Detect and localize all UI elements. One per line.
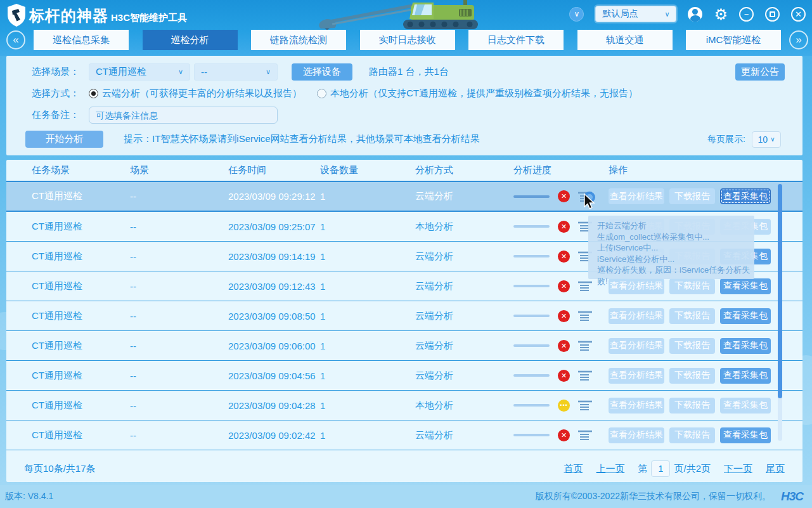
x-icon: ✕ (561, 223, 567, 231)
shield-logo-icon (6, 4, 27, 27)
tab-rail-transit[interactable]: 轨道交通 (577, 30, 673, 50)
chevron-down-icon: ∨ (770, 136, 775, 143)
download-report-button[interactable]: 下载报告 (669, 368, 715, 384)
log-detail-icon[interactable] (578, 370, 592, 381)
cell-method: 云端分析 (415, 370, 513, 382)
chevron-down-icon: ∨ (574, 10, 580, 18)
chevron-down-badge-icon[interactable]: ∨ (569, 7, 584, 22)
progress-bar (513, 225, 550, 228)
nav-scroll-left-button[interactable]: « (6, 30, 25, 49)
tab-log-download[interactable]: 日志文件下载 (468, 30, 564, 50)
restore-window-button[interactable] (765, 7, 780, 22)
cell-subscene: -- (130, 251, 228, 262)
excavator-illustration (316, 0, 487, 30)
close-button[interactable]: ✕ (791, 7, 806, 22)
local-analysis-option-label[interactable]: 本地分析（仅支持CT通用巡检，提供严重级别检查项分析结果，无报告） (330, 88, 638, 100)
view-result-button[interactable]: 查看分析结果 (609, 368, 664, 384)
log-detail-icon[interactable] (578, 192, 592, 202)
start-analysis-button[interactable]: 开始分析 (25, 131, 103, 148)
view-package-button[interactable]: 查看采集包 (720, 427, 771, 443)
remark-input[interactable] (89, 107, 278, 124)
last-page-link[interactable]: 尾页 (766, 463, 785, 475)
table-scrollbar-track[interactable] (778, 184, 782, 441)
status-failed-icon: ✕ (558, 190, 570, 202)
view-result-button[interactable]: 查看分析结果 (609, 398, 664, 414)
tab-realtime-log[interactable]: 实时日志接收 (360, 30, 455, 50)
view-result-button[interactable]: 查看分析结果 (609, 427, 664, 443)
tab-inspection-analysis[interactable]: 巡检分析 (143, 30, 238, 50)
table-row[interactable]: CT通用巡检 -- 2023/03/09 09:02:42 1 云端分析 ✕ 查… (6, 420, 802, 450)
cell-subscene: -- (130, 370, 228, 381)
minimize-button[interactable]: − (739, 7, 754, 22)
x-icon: ✕ (561, 192, 567, 200)
chevrons-left-icon: « (13, 34, 18, 46)
view-result-button[interactable]: 查看分析结果 (609, 308, 664, 324)
view-package-button[interactable]: 查看采集包 (720, 188, 771, 204)
cell-scene: CT通用巡检 (32, 280, 130, 292)
view-result-button[interactable]: 查看分析结果 (609, 188, 664, 204)
page-size-select[interactable]: 10 ∨ (752, 131, 781, 148)
cell-subscene: -- (130, 221, 228, 232)
update-notice-button[interactable]: 更新公告 (735, 63, 785, 81)
view-result-button[interactable]: 查看分析结果 (609, 338, 664, 354)
table-row[interactable]: CT通用巡检 -- 2023/03/09 09:29:12 1 云端分析 ✕ 查… (6, 182, 802, 212)
view-package-button[interactable]: 查看采集包 (720, 368, 771, 384)
log-detail-icon[interactable] (578, 311, 592, 321)
copyright-text: 版权所有©2003-2022新华三技术有限公司，保留一切权利。 (536, 491, 771, 502)
log-detail-icon[interactable] (578, 281, 592, 291)
cloud-analysis-radio[interactable] (89, 89, 98, 98)
page-suffix: 页/共2页 (674, 463, 711, 475)
subscene-select[interactable]: -- ∨ (194, 63, 278, 81)
download-report-button[interactable]: 下载报告 (669, 308, 715, 324)
scene-select[interactable]: CT通用巡检 ∨ (89, 63, 190, 81)
tab-imc-inspection[interactable]: iMC智能巡检 (686, 30, 781, 50)
view-package-button[interactable]: 查看采集包 (720, 338, 771, 354)
next-page-link[interactable]: 下一页 (724, 463, 752, 475)
tooltip-line: 上传iService中... (597, 242, 751, 254)
prev-page-link[interactable]: 上一页 (596, 463, 624, 475)
select-device-button[interactable]: 选择设备 (292, 63, 352, 81)
col-progress: 分析进度 (513, 164, 609, 176)
site-select[interactable]: 默认局点 ∨ (595, 6, 676, 22)
tab-label: iMC智能巡检 (706, 34, 761, 46)
cell-scene: CT通用巡检 (32, 370, 130, 382)
cell-scene: CT通用巡检 (32, 310, 130, 322)
tab-inspection-collect[interactable]: 巡检信息采集 (34, 30, 129, 50)
tooltip-line: iService巡检分析中... (597, 254, 751, 265)
app-logo: 标杆的神器 H3C智能维护工具 (6, 4, 187, 27)
local-analysis-radio[interactable] (317, 89, 326, 98)
nav-scroll-right-button[interactable]: » (789, 30, 808, 49)
h3c-logo: H3C (781, 490, 803, 504)
analysis-hint: 提示：IT智慧关怀场景请到iService网站查看分析结果，其他场景可本地查看分… (124, 133, 480, 145)
log-detail-icon[interactable] (578, 400, 592, 410)
cell-time: 2023/03/09 09:12:43 (228, 281, 320, 292)
settings-gear-button[interactable]: ⚙ (714, 7, 728, 22)
table-row[interactable]: CT通用巡检 -- 2023/03/09 09:06:00 1 云端分析 ✕ 查… (6, 331, 802, 361)
page-number-input[interactable] (651, 460, 670, 477)
view-package-button[interactable]: 查看采集包 (720, 308, 771, 324)
table-row[interactable]: CT通用巡检 -- 2023/03/09 09:04:56 1 云端分析 ✕ 查… (6, 361, 802, 391)
tab-label: 巡检分析 (171, 34, 209, 46)
col-operations: 操作 (609, 164, 802, 176)
progress-bar (513, 195, 550, 198)
user-account-button[interactable] (688, 7, 702, 22)
log-detail-icon[interactable] (578, 430, 592, 440)
download-report-button[interactable]: 下载报告 (669, 398, 715, 414)
cell-time: 2023/03/09 09:08:50 (228, 311, 320, 322)
table-scrollbar-thumb[interactable] (778, 184, 782, 398)
download-report-button[interactable]: 下载报告 (669, 338, 715, 354)
download-report-button[interactable]: 下载报告 (669, 188, 715, 204)
tab-link-flow-detect[interactable]: 链路流统检测 (251, 30, 346, 50)
table-row[interactable]: CT通用巡检 -- 2023/03/09 09:04:28 1 本地分析 •••… (6, 391, 802, 420)
restore-icon (770, 11, 775, 17)
cloud-analysis-option-label[interactable]: 云端分析（可获得更丰富的分析结果以及报告） (102, 88, 302, 100)
log-detail-icon[interactable] (578, 341, 592, 351)
view-package-button[interactable]: 查看采集包 (720, 398, 771, 414)
chevron-down-icon: ∨ (664, 10, 669, 18)
download-report-button[interactable]: 下载报告 (669, 427, 715, 443)
first-page-link[interactable]: 首页 (564, 463, 583, 475)
cell-count: 1 (320, 281, 415, 292)
tooltip-line: 生成om_collect巡检采集包中... (597, 231, 751, 243)
method-label: 选择方式： (32, 88, 89, 100)
table-row[interactable]: CT通用巡检 -- 2023/03/09 09:08:50 1 云端分析 ✕ 查… (6, 301, 802, 331)
